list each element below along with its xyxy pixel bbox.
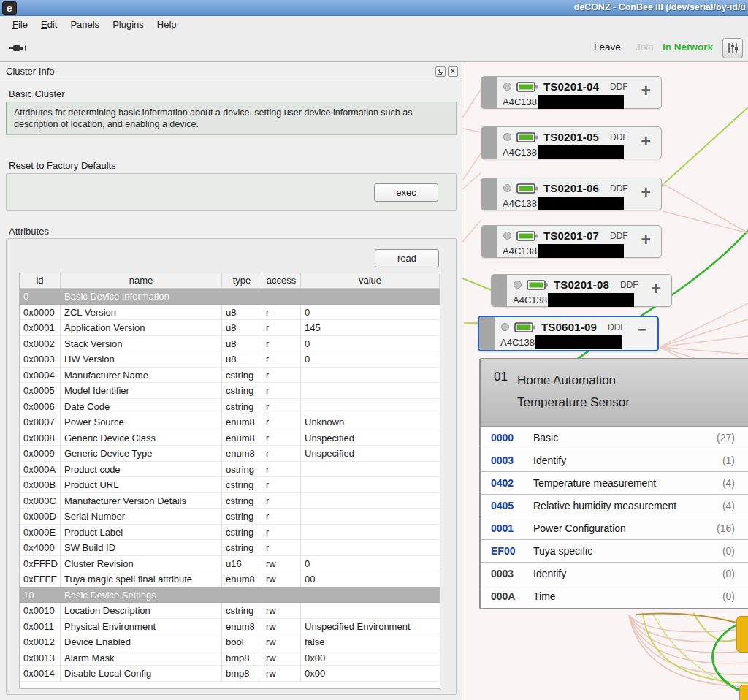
device-node[interactable]: TS0201-04DDF+A4C138 xyxy=(481,76,662,109)
cell-id: 0 xyxy=(20,289,61,305)
battery-icon xyxy=(516,183,538,194)
cell-name: SW Build ID xyxy=(61,540,222,556)
menu-plugins[interactable]: Plugins xyxy=(106,16,150,30)
cell-name: Generic Device Type xyxy=(61,446,222,462)
table-row[interactable]: 0x000EProduct Labelcstringr xyxy=(20,525,440,541)
cell-value xyxy=(301,462,440,478)
cell-value xyxy=(301,587,440,604)
column-header-type[interactable]: type xyxy=(222,273,262,289)
table-row[interactable]: 0x0005Model Identifiercstringr xyxy=(20,383,440,399)
table-row[interactable]: 0x0013Alarm Maskbmp8rw0x00 xyxy=(20,650,440,666)
device-node[interactable]: TS0201-07DDF+A4C138 xyxy=(481,225,662,258)
table-row[interactable]: 0x0001Application Versionu8r145 xyxy=(20,320,440,336)
node-grip[interactable] xyxy=(481,77,497,108)
network-settings-button[interactable] xyxy=(722,38,743,58)
cluster-row[interactable]: EF00Tuya specific(0) xyxy=(481,540,748,563)
cluster-row[interactable]: 0001Power Configuration(16) xyxy=(481,517,748,540)
table-row[interactable]: 0x0006Date Codecstringr xyxy=(20,399,440,415)
table-row[interactable]: 0x000CManufacturer Version Detailscstrin… xyxy=(20,493,440,509)
cell-id: 0x0010 xyxy=(20,603,61,619)
node-grip[interactable] xyxy=(481,226,497,257)
table-row[interactable]: 0x0000ZCL Versionu8r0 xyxy=(20,305,440,321)
collapse-button[interactable]: − xyxy=(638,322,647,338)
table-row[interactable]: 0x000DSerial Numbercstringr xyxy=(20,509,440,525)
cell-access: rw xyxy=(262,571,301,587)
column-header-id[interactable]: id xyxy=(20,273,61,289)
cell-type: cstring xyxy=(222,509,262,525)
cluster-id: EF00 xyxy=(491,540,533,562)
cell-id: 0x0003 xyxy=(20,351,61,368)
cell-access: r xyxy=(262,351,301,368)
menu-edit[interactable]: Edit xyxy=(34,16,64,30)
node-grip[interactable] xyxy=(492,275,507,306)
column-header-name[interactable]: name xyxy=(61,273,222,289)
node-grip[interactable] xyxy=(481,127,497,159)
device-node[interactable]: TS0201-06DDF+A4C138 xyxy=(481,178,662,210)
expand-button[interactable]: + xyxy=(641,83,651,99)
battery-icon xyxy=(516,132,538,143)
cell-access: r xyxy=(262,525,301,541)
table-row[interactable]: 0x0014Disable Local Configbmp8rw0x00 xyxy=(20,666,440,682)
attributes-table[interactable]: idnametypeaccessvalue0Basic Device Infor… xyxy=(19,273,440,689)
read-button[interactable]: read xyxy=(375,249,439,267)
cell-value xyxy=(301,525,440,541)
cluster-row[interactable]: 0402Temperature measurement(4) xyxy=(481,472,748,495)
cluster-row[interactable]: 0003Identify(1) xyxy=(481,449,748,472)
table-row[interactable]: 0x0002Stack Versionu8r0 xyxy=(20,336,440,352)
expand-button[interactable]: + xyxy=(641,232,651,248)
expand-button[interactable]: + xyxy=(641,133,651,149)
column-header-access[interactable]: access xyxy=(262,273,301,289)
leave-button[interactable]: Leave xyxy=(594,42,621,53)
cell-type: cstring xyxy=(222,383,262,399)
menu-help[interactable]: Help xyxy=(150,16,183,30)
panel-titlebar[interactable]: Cluster Info × xyxy=(0,62,462,80)
table-row[interactable]: 0x0008Generic Device Classenum8rUnspecif… xyxy=(20,430,440,446)
offscreen-node[interactable] xyxy=(739,685,748,700)
network-status-label[interactable]: In Network xyxy=(663,42,713,53)
table-row[interactable]: 0xFFFETuya magic spell final attributeen… xyxy=(20,571,440,587)
device-node[interactable]: TS0201-08DDF+A4C138 xyxy=(491,274,672,307)
float-panel-icon[interactable] xyxy=(435,66,446,77)
table-row[interactable]: 0xFFFDCluster Revisionu16rw0 xyxy=(20,556,440,572)
table-row[interactable]: 0x0004Manufacturer Namecstringr xyxy=(20,368,440,384)
cell-name: Date Code xyxy=(61,399,222,415)
cluster-row[interactable]: 0405Relative humidity measurement(4) xyxy=(481,495,748,517)
menu-file[interactable]: File xyxy=(6,16,34,30)
expand-button[interactable]: + xyxy=(641,184,651,200)
close-icon[interactable]: × xyxy=(448,66,458,77)
cell-value: false xyxy=(301,634,440,650)
table-row[interactable]: 0x0010Location Descriptioncstringrw xyxy=(20,603,440,619)
table-row[interactable]: 0x0007Power Sourceenum8rUnknown xyxy=(20,414,440,430)
table-row[interactable]: 0x0009Generic Device Typeenum8rUnspecifi… xyxy=(20,446,440,462)
table-row[interactable]: 0x000BProduct URLcstringr xyxy=(20,477,440,493)
cell-value: 00 xyxy=(301,571,440,587)
node-grip[interactable] xyxy=(479,317,495,350)
table-row[interactable]: 0x4000SW Build IDcstringr xyxy=(20,540,440,556)
network-graph-view[interactable]: TS0201-04DDF+A4C138TS0201-05DDF+A4C138TS… xyxy=(462,61,748,700)
device-node[interactable]: TS0201-05DDF+A4C138 xyxy=(481,126,662,159)
offscreen-node[interactable] xyxy=(736,616,748,653)
table-section-row[interactable]: 10Basic Device Settings xyxy=(20,587,440,604)
exec-button[interactable]: exec xyxy=(374,183,438,202)
cluster-row[interactable]: 000ATime(0) xyxy=(481,585,748,608)
table-row[interactable]: 0x0011Physical Environmentenum8rwUnspeci… xyxy=(20,619,440,635)
table-row[interactable]: 0x000AProduct codeostringr xyxy=(20,462,440,478)
expand-button[interactable]: + xyxy=(652,281,661,297)
cluster-row[interactable]: 0003Identify(0) xyxy=(481,563,748,585)
table-row[interactable]: 0x0003HW Versionu8r0 xyxy=(20,351,440,368)
cell-type: cstring xyxy=(222,525,262,541)
table-section-row[interactable]: 0Basic Device Information xyxy=(20,289,440,305)
cell-type: u8 xyxy=(222,351,262,368)
column-header-value[interactable]: value xyxy=(301,273,440,289)
cell-id: 0x0004 xyxy=(20,368,61,384)
cell-type: u8 xyxy=(222,305,262,321)
node-grip[interactable] xyxy=(481,178,497,210)
cluster-row[interactable]: 0000Basic(27) xyxy=(481,427,748,449)
cell-name: ZCL Version xyxy=(61,305,222,321)
cell-value xyxy=(301,399,440,415)
menu-panels[interactable]: Panels xyxy=(64,16,106,30)
device-node[interactable]: TS0601-09DDF−A4C138 xyxy=(478,316,659,351)
table-row[interactable]: 0x0012Device Enabledboolrwfalse xyxy=(20,634,440,650)
battery-icon xyxy=(516,81,538,93)
join-button[interactable]: Join xyxy=(636,42,654,53)
